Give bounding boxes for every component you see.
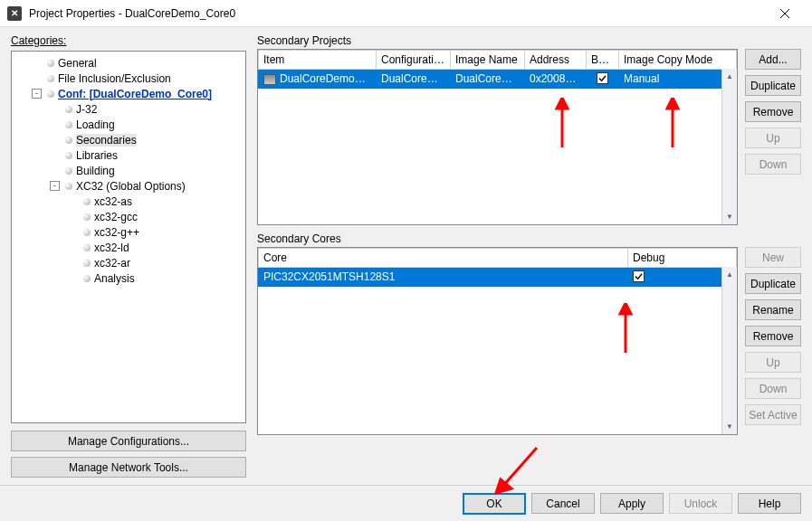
cell-item: DualCoreDemo_Cor... <box>259 70 377 89</box>
rename-button[interactable]: Rename <box>745 299 801 320</box>
tree-node[interactable]: Building <box>14 163 244 178</box>
tree-node[interactable]: Libraries <box>14 147 244 163</box>
cell-configuration: DualCoreDem... <box>377 70 451 89</box>
tree-label: xc32-g++ <box>94 226 139 239</box>
down-button[interactable]: Down <box>745 378 801 399</box>
tree-label: File Inclusion/Exclusion <box>58 72 171 85</box>
tree-bullet-icon <box>83 198 91 205</box>
remove-button[interactable]: Remove <box>745 326 801 346</box>
window-title: Project Properties - DualCoreDemo_Core0 <box>29 7 764 20</box>
tree-node[interactable]: J-32 <box>14 101 244 117</box>
close-icon <box>780 9 789 18</box>
tree-bullet-icon <box>83 229 91 236</box>
project-icon <box>263 74 276 85</box>
tree-label: Libraries <box>76 149 118 162</box>
tree-bullet-icon <box>83 275 91 282</box>
tree-label: Loading <box>76 118 115 131</box>
tree-bullet-icon <box>83 260 91 267</box>
tree-node[interactable]: xc32-as <box>14 194 244 209</box>
scrollbar[interactable]: ▲ ▼ <box>721 267 737 434</box>
tree-bullet-icon <box>47 60 54 67</box>
col-image-copy-mode[interactable]: Image Copy Mode <box>619 51 737 70</box>
unlock-button[interactable]: Unlock <box>669 493 732 514</box>
tree-bullet-icon <box>65 183 72 190</box>
scroll-up-icon: ▲ <box>722 69 737 84</box>
tree-node[interactable]: xc32-gcc <box>14 209 244 224</box>
down-button[interactable]: Down <box>745 154 801 175</box>
tree-bullet-icon <box>83 213 91 221</box>
scrollbar[interactable]: ▲ ▼ <box>721 69 737 224</box>
tree-bullet-icon <box>65 167 72 175</box>
tree-node[interactable]: -XC32 (Global Options) <box>14 178 244 194</box>
tree-bullet-icon <box>65 137 72 144</box>
cell-address: 0x2008000 <box>525 70 587 89</box>
tree-label: Analysis <box>94 272 135 285</box>
tree-toggle-icon[interactable]: - <box>32 89 42 99</box>
checkbox-icon <box>633 270 645 282</box>
cell-image-copy-mode: Manual <box>619 70 737 89</box>
tree-label: xc32-as <box>94 195 132 208</box>
remove-button[interactable]: Remove <box>745 101 801 122</box>
table-row[interactable]: PIC32CX2051MTSH128S1 <box>259 268 737 287</box>
help-button[interactable]: Help <box>738 493 801 514</box>
new-button[interactable]: New <box>745 247 801 268</box>
col-core[interactable]: Core <box>259 249 628 268</box>
manage-network-tools-button[interactable]: Manage Network Tools... <box>11 457 246 478</box>
tree-toggle-icon[interactable]: - <box>50 181 60 191</box>
tree-bullet-icon <box>65 106 72 113</box>
ok-button[interactable]: OK <box>463 493 526 515</box>
secondary-projects-table[interactable]: Item Configuration Image Name Address Bu… <box>257 49 738 225</box>
apply-button[interactable]: Apply <box>600 493 664 514</box>
col-address[interactable]: Address <box>525 51 587 70</box>
cell-core: PIC32CX2051MTSH128S1 <box>259 268 628 287</box>
tree-node[interactable]: Loading <box>14 117 244 132</box>
col-item[interactable]: Item <box>259 51 377 70</box>
categories-label: Categories: <box>11 34 246 47</box>
dialog-footer: OK Cancel Apply Unlock Help <box>0 485 812 521</box>
scroll-up-icon: ▲ <box>722 267 737 282</box>
secondary-projects-label: Secondary Projects <box>257 34 801 47</box>
cell-build[interactable] <box>587 70 619 89</box>
tree-label: xc32-ar <box>94 257 130 270</box>
table-row[interactable]: DualCoreDemo_Cor... DualCoreDem... DualC… <box>259 70 737 89</box>
scroll-down-icon: ▼ <box>722 419 737 434</box>
title-bar: ✕ Project Properties - DualCoreDemo_Core… <box>0 0 812 27</box>
tree-bullet-icon <box>65 121 72 128</box>
col-image-name[interactable]: Image Name <box>451 51 525 70</box>
close-button[interactable] <box>764 0 805 27</box>
tree-node[interactable]: -Conf: [DualCoreDemo_Core0] <box>14 86 244 101</box>
tree-bullet-icon <box>47 75 54 82</box>
tree-bullet-icon <box>83 244 91 251</box>
app-icon: ✕ <box>7 6 22 21</box>
cell-image-name: DualCoreDem... <box>451 70 525 89</box>
tree-bullet-icon <box>65 152 72 159</box>
tree-node[interactable]: xc32-g++ <box>14 224 244 240</box>
manage-configurations-button[interactable]: Manage Configurations... <box>11 431 246 451</box>
tree-label: Conf: [DualCoreDemo_Core0] <box>58 88 212 100</box>
tree-node[interactable]: General <box>14 55 244 71</box>
add-button[interactable]: Add... <box>745 49 801 70</box>
cell-debug[interactable] <box>628 268 737 287</box>
secondary-cores-table[interactable]: Core Debug PIC32CX2051MTSH128S1 ▲ ▼ <box>257 247 738 435</box>
categories-tree[interactable]: GeneralFile Inclusion/Exclusion-Conf: [D… <box>11 51 246 423</box>
tree-label: XC32 (Global Options) <box>76 180 186 193</box>
checkbox-icon <box>597 72 608 84</box>
tree-label: J-32 <box>76 103 97 116</box>
col-build[interactable]: Build <box>587 51 619 70</box>
tree-label: Building <box>76 165 115 177</box>
tree-node[interactable]: File Inclusion/Exclusion <box>14 71 244 86</box>
set-active-button[interactable]: Set Active <box>745 404 801 425</box>
cancel-button[interactable]: Cancel <box>531 493 595 514</box>
tree-node[interactable]: Analysis <box>14 270 244 286</box>
tree-bullet-icon <box>47 90 54 98</box>
tree-node[interactable]: xc32-ar <box>14 255 244 270</box>
tree-node[interactable]: xc32-ld <box>14 240 244 255</box>
col-configuration[interactable]: Configuration <box>377 51 451 70</box>
tree-node[interactable]: Secondaries <box>14 132 244 147</box>
up-button[interactable]: Up <box>745 128 801 148</box>
duplicate-button[interactable]: Duplicate <box>745 75 801 96</box>
duplicate-button[interactable]: Duplicate <box>745 273 801 294</box>
tree-label: General <box>58 57 97 70</box>
up-button[interactable]: Up <box>745 352 801 373</box>
col-debug[interactable]: Debug <box>628 249 737 268</box>
